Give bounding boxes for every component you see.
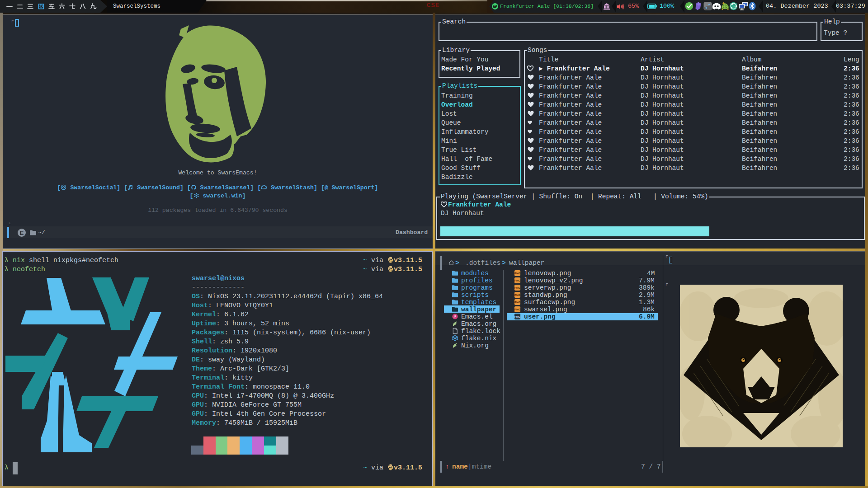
svg-text:PNG: PNG [514, 300, 520, 304]
svg-text:PNG: PNG [514, 286, 520, 289]
svg-text:PNG: PNG [514, 315, 520, 318]
svg-text:E: E [20, 230, 24, 236]
svg-text:PNG: PNG [514, 308, 520, 311]
svg-text:PNG: PNG [514, 293, 520, 296]
svg-text:PNG: PNG [514, 279, 520, 282]
svg-text:PNG: PNG [514, 272, 520, 275]
